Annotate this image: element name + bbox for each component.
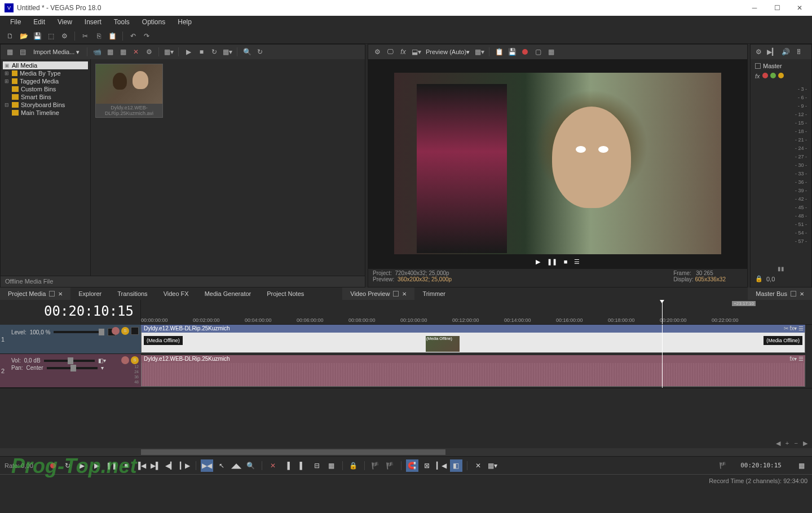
pm-icon-1[interactable]: ▦: [4, 46, 15, 58]
video-track-header[interactable]: 1 S Level: 100,0 %: [0, 325, 141, 354]
tab-project-notes[interactable]: Project Notes: [259, 288, 312, 300]
go-end-icon[interactable]: ▶▌: [149, 459, 162, 472]
lock-icon[interactable]: 🔒: [347, 459, 360, 472]
snap-grid-icon[interactable]: ⊠: [421, 459, 433, 472]
paste-icon[interactable]: 📋: [107, 30, 118, 42]
menu-insert[interactable]: Insert: [79, 16, 107, 28]
fx-icon[interactable]: fx: [398, 46, 409, 58]
redo-icon[interactable]: ↷: [141, 30, 152, 42]
split-icon[interactable]: ⊟: [311, 459, 323, 472]
gear-icon[interactable]: ⚙: [143, 46, 155, 58]
views-icon[interactable]: ▦▾: [163, 46, 174, 58]
timecode-menu-icon[interactable]: ▦: [795, 459, 807, 472]
clip-fx-icon[interactable]: ✂ fx▾ ☰: [784, 325, 804, 331]
preview-menu-icon[interactable]: ☰: [574, 258, 580, 266]
snap-icon[interactable]: 🧲: [406, 459, 418, 472]
menu-view[interactable]: View: [52, 16, 78, 28]
tab-trimmer[interactable]: Trimmer: [414, 288, 453, 300]
pm-icon-5[interactable]: ▦: [117, 46, 129, 58]
zoom-tool-icon[interactable]: 🔍: [245, 459, 257, 472]
tab-master-bus[interactable]: Master Bus ✕: [748, 288, 812, 300]
pv-icon-10[interactable]: ▢: [532, 46, 544, 58]
tab-video-preview[interactable]: Video Preview ✕: [342, 288, 414, 300]
normal-edit-icon[interactable]: ▶◀: [201, 459, 213, 472]
ms-icon-2[interactable]: ▶▎: [766, 46, 778, 58]
tab-media-generator[interactable]: Media Generator: [197, 288, 259, 300]
ripple-icon[interactable]: ▦▾: [487, 459, 499, 472]
minimize-button[interactable]: ─: [743, 0, 766, 16]
external-monitor-icon[interactable]: 🖵: [385, 46, 396, 58]
open-icon[interactable]: 📂: [18, 30, 29, 42]
split-icon[interactable]: ⬓▾: [411, 46, 422, 58]
menu-help[interactable]: Help: [172, 16, 197, 28]
tree-storyboard-bins[interactable]: ⊟Storyboard Bins: [3, 101, 88, 109]
pm-icon-4[interactable]: ▦: [104, 46, 116, 58]
master-icon-3[interactable]: [770, 73, 776, 78]
pv-icon-11[interactable]: ▦: [545, 46, 557, 58]
region-icon[interactable]: 🏴: [384, 459, 396, 472]
clip-fx-icon[interactable]: fx▾ ☰: [789, 356, 804, 362]
audio-track-header[interactable]: 2 S 12243648 Vol: 0,0 dB◧▾ Pan: Center▾: [0, 354, 141, 388]
tree-all-media[interactable]: ▣All Media: [3, 61, 88, 69]
pm-icon-2[interactable]: ▤: [17, 46, 28, 58]
close-button[interactable]: ✕: [788, 0, 811, 16]
next-frame-icon[interactable]: ▎▶: [179, 459, 191, 472]
playhead-marker[interactable]: [662, 300, 663, 324]
stop-icon[interactable]: ■: [196, 46, 207, 58]
envelope-icon[interactable]: ◢◣: [230, 459, 242, 472]
remove-icon[interactable]: ✕: [130, 46, 142, 58]
track-solo-icon[interactable]: S: [121, 327, 129, 335]
timeline-timecode[interactable]: 00:20:10:15: [0, 300, 141, 325]
tree-main-timeline[interactable]: Main Timeline: [11, 109, 88, 117]
stereo-pair-icon[interactable]: ▮▮: [753, 264, 809, 273]
undo-icon[interactable]: ↶: [127, 30, 139, 42]
auto-ripple-icon[interactable]: ◧: [450, 459, 462, 472]
audio-clip[interactable]: Dyldy.e12.WEB-DLRip.25Kuzmich fx▾ ☰: [141, 355, 805, 387]
ms-mixer-icon[interactable]: 🎚: [793, 46, 805, 58]
overlay-icon[interactable]: ▦▾: [474, 46, 485, 58]
media-thumbnail[interactable]: Dyldy.e12.WEB-DLRip.25Kuzmich.avi: [95, 64, 163, 118]
marker-icon[interactable]: 🏴: [369, 459, 382, 472]
track-mute-icon[interactable]: [112, 327, 120, 335]
play-icon[interactable]: ▶: [183, 46, 194, 58]
copy-snapshot-icon[interactable]: 📋: [493, 46, 505, 58]
tab-explorer[interactable]: Explorer: [70, 288, 109, 300]
tree-tagged-media[interactable]: ⊞Tagged Media: [3, 77, 88, 85]
timeline-empty[interactable]: [0, 388, 812, 439]
ms-dim-icon[interactable]: 🔊: [780, 46, 791, 58]
track-icon[interactable]: [131, 327, 139, 335]
preview-pause-icon[interactable]: ❚❚: [547, 258, 557, 266]
pm-icon-10[interactable]: ▦▾: [222, 46, 233, 58]
master-fx-icon[interactable]: fx: [755, 73, 760, 79]
preview-stop-icon[interactable]: ■: [564, 258, 568, 265]
tab-transitions[interactable]: Transitions: [109, 288, 155, 300]
import-media-button[interactable]: Import Media... ▾: [30, 47, 83, 57]
menu-options[interactable]: Options: [136, 16, 171, 28]
video-clip[interactable]: Dyldy.e12.WEB-DLRip.25Kuzmich (Media Off…: [141, 325, 805, 353]
properties-icon[interactable]: ⚙: [59, 30, 70, 42]
auto-crossfade-icon[interactable]: ✕: [472, 459, 484, 472]
record-icon[interactable]: [519, 46, 531, 58]
render-icon[interactable]: ⬚: [45, 30, 56, 42]
timeline-content[interactable]: Dyldy.e12.WEB-DLRip.25Kuzmich (Media Off…: [141, 325, 812, 388]
refresh-icon[interactable]: ↻: [254, 46, 266, 58]
selection-icon[interactable]: ↖: [215, 459, 228, 472]
lock-icon[interactable]: 🔒: [755, 275, 763, 282]
menu-file[interactable]: File: [5, 16, 27, 28]
prev-frame-icon[interactable]: ◀▎: [164, 459, 176, 472]
delete-icon[interactable]: ✕: [267, 459, 279, 472]
preview-mode-label[interactable]: Preview (Auto)▾: [426, 48, 470, 56]
tree-media-by-type[interactable]: ⊞Media By Type: [3, 69, 88, 77]
track-mute-icon[interactable]: [121, 356, 129, 364]
preview-play-icon[interactable]: ▶: [536, 258, 540, 266]
playhead[interactable]: [662, 325, 663, 388]
touch-icon[interactable]: ◧▾: [98, 357, 106, 364]
pv-gear-icon[interactable]: ⚙: [372, 46, 383, 58]
copy-icon[interactable]: ⎘: [93, 30, 104, 42]
trim-end-icon[interactable]: ▌: [296, 459, 308, 472]
cut-icon[interactable]: ✂: [80, 30, 91, 42]
maximize-button[interactable]: ☐: [766, 0, 788, 16]
timeline-ruler[interactable]: +23:17:10 00:00:00:0000:02:00:0000:04:00…: [141, 300, 812, 325]
new-icon[interactable]: 🗋: [5, 30, 16, 42]
loop-icon[interactable]: ↻: [209, 46, 220, 58]
